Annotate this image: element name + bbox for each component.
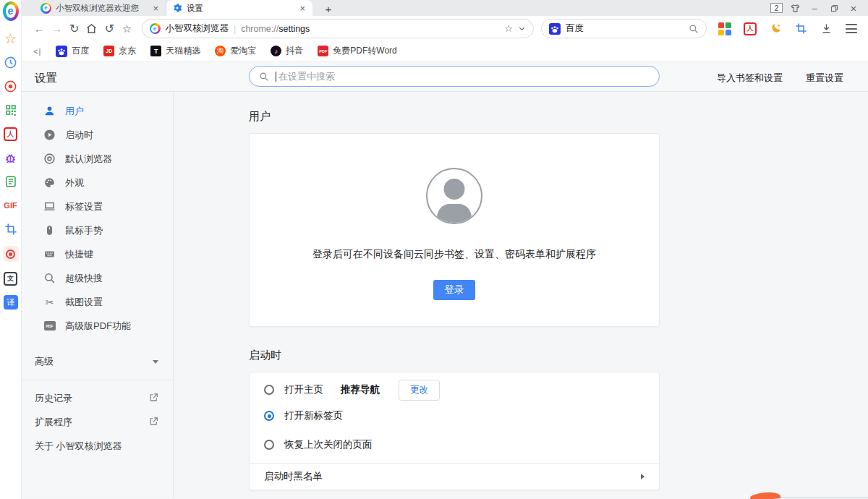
sidebar-item-tab-settings[interactable]: 标签设置 [22, 195, 173, 218]
sidebar-item-history[interactable]: 历史记录 [22, 386, 173, 410]
tab-strip: e 小智双核浏览器欢迎您 × 设置 × + 2 – × [22, 0, 868, 16]
bookmark-baidu[interactable]: 百度 [56, 45, 89, 57]
settings-sidebar: 用户 启动时 默认浏览器 外观 [22, 92, 174, 498]
site-favicon: e [150, 23, 161, 34]
url-scheme: chrome:// [241, 24, 278, 34]
external-link-icon [149, 416, 158, 429]
sidebar-item-startup[interactable]: 启动时 [22, 123, 173, 147]
login-button[interactable]: 登录 [433, 280, 475, 300]
bookmark-pdf2word[interactable]: PDF 免费PDF转Word [318, 45, 396, 57]
url-separator: | [234, 24, 236, 34]
sidebar-item-mouse-gestures[interactable]: 鼠标手势 [22, 218, 173, 242]
settings-search-input[interactable] [278, 71, 650, 82]
gif-recorder-icon[interactable]: GIF [3, 198, 19, 213]
browser-logo-icon[interactable]: e [3, 1, 19, 21]
home-icon[interactable] [83, 20, 101, 38]
new-tab-button[interactable]: + [320, 1, 337, 16]
sidebar-item-pdf-advanced[interactable]: PDF 高级版PDF功能 [22, 314, 173, 338]
sidebar-item-screenshot[interactable]: ✂ 截图设置 [22, 290, 173, 314]
bookmark-jd[interactable]: JD 京东 [103, 45, 136, 57]
keyboard-icon [43, 248, 56, 260]
settings-page: 设置 导入书签和设置 重置设置 用户 [22, 61, 868, 499]
radio-unchecked[interactable] [264, 440, 274, 450]
douyin-icon: ♪ [271, 46, 281, 56]
sidebar-item-appearance[interactable]: 外观 [22, 171, 173, 195]
bookmark-taobao[interactable]: 淘 爱淘宝 [215, 45, 256, 57]
target-icon [43, 153, 56, 165]
startup-blacklist-row[interactable]: 启动时黑名单 [250, 463, 659, 490]
screen-record-icon[interactable] [3, 79, 19, 93]
scissors-icon: ✂ [43, 296, 56, 308]
address-bar[interactable]: e 小智双核浏览器 | chrome:// settings ☆ [142, 19, 534, 38]
qr-code-icon[interactable] [3, 103, 19, 117]
restore-button[interactable] [827, 1, 841, 14]
toolbar-extensions: 人 [717, 21, 859, 37]
tab-count-badge[interactable]: 2 [770, 3, 783, 13]
tab-close-icon[interactable]: × [151, 4, 160, 13]
tab-settings[interactable]: 设置 × [166, 0, 312, 16]
pdf-reader-icon[interactable]: 人 [742, 21, 758, 37]
page-title: 设置 [35, 71, 57, 86]
pdf-tool-icon[interactable]: 人 [3, 127, 19, 141]
chevron-down-icon[interactable] [518, 25, 526, 33]
laptop-icon [43, 200, 56, 213]
sidebar-divider [22, 380, 173, 380]
minimize-button[interactable]: – [807, 1, 822, 14]
bookmark-star-icon[interactable]: ☆ [118, 20, 135, 38]
sidebar-item-user[interactable]: 用户 [22, 99, 173, 123]
theme-shirt-icon[interactable] [788, 1, 802, 14]
tab-title: 设置 [187, 3, 294, 14]
sync-description: 登录后可在不同设备间云同步书签、设置、密码表单和扩展程序 [312, 248, 596, 261]
tab-welcome[interactable]: e 小智双核浏览器欢迎您 × [35, 0, 166, 16]
reload-icon[interactable]: ↻ [66, 20, 83, 38]
screenshot-crop-icon[interactable] [3, 222, 19, 236]
radio-unchecked[interactable] [264, 385, 274, 395]
collapse-bookmarks-icon[interactable]: <| [33, 47, 41, 56]
baidu-paw-icon [549, 23, 561, 35]
section-heading-user: 用户 [249, 110, 868, 124]
night-mode-moon-icon[interactable] [767, 21, 783, 37]
change-homepage-button[interactable]: 更改 [399, 380, 440, 401]
settings-header: 设置 导入书签和设置 重置设置 [22, 61, 868, 92]
history-clock-icon[interactable] [3, 55, 19, 69]
bookmark-tmall[interactable]: T 天猫精选 [150, 45, 200, 57]
startup-option-restore: 恢复上次关闭的页面 [250, 430, 659, 459]
bookmark-douyin[interactable]: ♪ 抖音 [271, 45, 303, 57]
reset-settings-button[interactable]: 重置设置 [806, 72, 843, 85]
forward-icon[interactable]: → [48, 20, 65, 38]
sidebar-item-quick-search[interactable]: 超级快搜 [22, 266, 173, 290]
favorite-star-icon[interactable]: ☆ [504, 23, 513, 34]
sidebar-advanced-toggle[interactable]: 高级 [22, 349, 173, 374]
close-window-button[interactable]: × [846, 1, 861, 14]
download-icon[interactable] [818, 21, 834, 37]
import-bookmarks-button[interactable]: 导入书签和设置 [717, 72, 783, 85]
screenshot-crop-icon[interactable] [793, 21, 809, 37]
translate-icon[interactable]: 译 [3, 295, 19, 310]
back-icon[interactable]: ← [30, 20, 48, 38]
main-toolbar: ← → ↻ ↺ ☆ e 小智双核浏览器 | chrome:// settings… [22, 16, 868, 41]
search-icon[interactable] [689, 24, 699, 34]
settings-search-box[interactable] [249, 66, 660, 87]
sidebar-item-shortcuts[interactable]: 快捷键 [22, 242, 173, 266]
user-card: 登录后可在不同设备间云同步书签、设置、密码表单和扩展程序 登录 [249, 133, 660, 327]
gear-icon [172, 3, 182, 13]
sidebar-item-about[interactable]: 关于 小智双核浏览器 [22, 434, 173, 458]
jd-icon: JD [103, 46, 114, 56]
text-cursor [276, 72, 276, 82]
sidebar-item-extensions[interactable]: 扩展程序 [22, 410, 173, 434]
tmall-icon: T [150, 46, 161, 56]
reading-list-icon[interactable] [3, 174, 19, 189]
section-heading-startup: 启动时 [249, 349, 868, 362]
tab-close-icon[interactable]: × [298, 4, 307, 13]
apps-grid-icon[interactable] [717, 21, 733, 37]
favorites-star-icon[interactable]: ☆ [3, 31, 19, 46]
radio-checked[interactable] [264, 411, 274, 421]
scan-translate-icon[interactable]: 文 [3, 271, 19, 286]
mouse-icon [43, 224, 56, 236]
menu-hamburger-icon[interactable] [843, 21, 859, 37]
sidebar-item-default-browser[interactable]: 默认浏览器 [22, 147, 173, 171]
undo-icon[interactable]: ↺ [101, 20, 118, 38]
plugin-bug-icon[interactable] [3, 150, 19, 165]
weibo-icon[interactable] [3, 246, 19, 262]
quick-search-box[interactable]: 百度 [541, 19, 707, 38]
